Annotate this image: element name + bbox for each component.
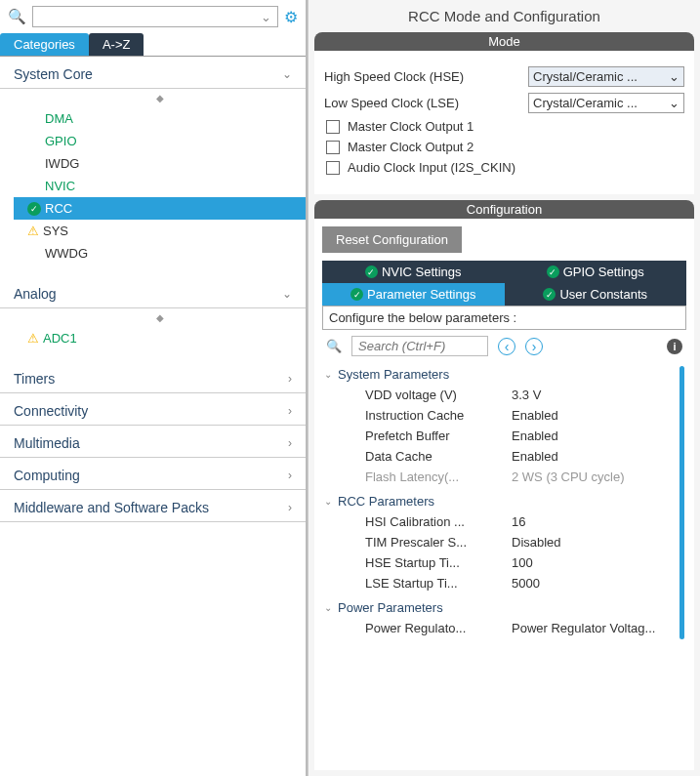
chevron-right-icon: ›	[288, 404, 292, 418]
param-row[interactable]: Instruction CacheEnabled	[322, 405, 686, 426]
chevron-down-icon: ⌄	[669, 69, 679, 84]
tab-parameter-settings[interactable]: ✓Parameter Settings	[322, 283, 505, 306]
info-icon[interactable]: i	[667, 339, 682, 354]
param-row[interactable]: HSI Calibration ...16	[322, 511, 686, 532]
category-list: System Core ⌄ ◆ DMAGPIOIWDGNVIC✓RCC⚠SYSW…	[0, 57, 306, 776]
category-label: Middleware and Software Packs	[14, 500, 209, 515]
periph-item-rcc[interactable]: ✓RCC	[14, 197, 306, 220]
tab-label: Parameter Settings	[367, 287, 475, 302]
param-search-input[interactable]	[351, 336, 488, 356]
search-row: 🔍 ⌄ ⚙	[0, 0, 306, 33]
param-value: 3.3 V	[512, 388, 541, 402]
left-panel: 🔍 ⌄ ⚙ Categories A->Z System Core ⌄ ◆ DM…	[0, 0, 308, 776]
param-value: 2 WS (3 CPU cycle)	[512, 470, 625, 484]
periph-item-wwdg[interactable]: WWDG	[14, 242, 306, 265]
param-value: Disabled	[512, 535, 561, 550]
param-value: 5000	[512, 576, 540, 591]
sort-handle-icon[interactable]: ◆	[14, 89, 306, 107]
config-body: Reset Configuration ✓NVIC Settings ✓GPIO…	[314, 219, 694, 770]
lse-select[interactable]: Crystal/Ceramic ... ⌄	[528, 93, 684, 113]
periph-item-sys[interactable]: ⚠SYS	[14, 220, 306, 242]
scrollbar-thumb[interactable]	[679, 366, 684, 639]
tab-user-constants[interactable]: ✓User Constants	[505, 283, 687, 306]
i2s-row[interactable]: Audio Clock Input (I2S_CKIN)	[326, 160, 682, 175]
chevron-down-icon: ⌄	[324, 496, 332, 507]
tab-gpio-settings[interactable]: ✓GPIO Settings	[505, 261, 687, 283]
lse-value: Crystal/Ceramic ...	[533, 96, 638, 110]
chevron-down-icon: ⌄	[282, 67, 292, 81]
param-name: VDD voltage (V)	[365, 388, 512, 402]
param-row[interactable]: LSE Startup Ti...5000	[322, 573, 686, 593]
param-row[interactable]: Prefetch BufferEnabled	[322, 426, 686, 446]
periph-label: RCC	[45, 201, 72, 216]
periph-label: IWDG	[45, 156, 79, 171]
mco2-label: Master Clock Output 2	[348, 140, 474, 154]
right-panel: RCC Mode and Configuration Mode High Spe…	[308, 0, 700, 776]
prev-match-icon[interactable]: ‹	[498, 338, 515, 355]
param-value: Enabled	[512, 449, 558, 464]
gear-icon[interactable]: ⚙	[284, 8, 298, 26]
param-value: Enabled	[512, 408, 558, 423]
category-connectivity[interactable]: Connectivity›	[0, 393, 306, 426]
view-tabs: Categories A->Z	[0, 33, 306, 57]
periph-label: SYS	[43, 224, 68, 238]
chevron-down-icon: ⌄	[669, 96, 679, 110]
periph-label: GPIO	[45, 134, 77, 148]
tab-categories[interactable]: Categories	[0, 33, 89, 56]
param-tree[interactable]: ⌄System ParametersVDD voltage (V)3.3 VIn…	[322, 362, 686, 762]
i2s-label: Audio Clock Input (I2S_CKIN)	[348, 160, 515, 175]
param-group-header[interactable]: ⌄RCC Parameters	[322, 491, 686, 511]
param-row[interactable]: Data CacheEnabled	[322, 446, 686, 467]
periph-item-nvic[interactable]: NVIC	[14, 175, 306, 197]
hse-select[interactable]: Crystal/Ceramic ... ⌄	[528, 66, 684, 87]
periph-item-gpio[interactable]: GPIO	[14, 130, 306, 152]
param-group-header[interactable]: ⌄Power Parameters	[322, 597, 686, 618]
checkbox-icon[interactable]	[326, 161, 340, 175]
param-name: Instruction Cache	[365, 408, 512, 423]
mco1-label: Master Clock Output 1	[348, 119, 474, 134]
search-icon: 🔍	[8, 8, 26, 25]
mode-body: High Speed Clock (HSE) Crystal/Ceramic .…	[314, 51, 694, 194]
tab-nvic-settings[interactable]: ✓NVIC Settings	[322, 261, 505, 283]
periph-item-adc1[interactable]: ⚠ADC1	[14, 327, 306, 349]
checkbox-icon[interactable]	[326, 120, 340, 134]
mco2-row[interactable]: Master Clock Output 2	[326, 140, 682, 154]
right-title: RCC Mode and Configuration	[309, 0, 700, 32]
check-icon: ✓	[547, 265, 559, 278]
category-computing[interactable]: Computing›	[0, 458, 306, 490]
tab-label: NVIC Settings	[382, 265, 462, 279]
param-name: HSI Calibration ...	[365, 514, 512, 529]
hse-row: High Speed Clock (HSE) Crystal/Ceramic .…	[324, 66, 684, 87]
chevron-down-icon: ⌄	[324, 369, 332, 380]
category-label: System Core	[14, 66, 93, 82]
chevron-down-icon: ⌄	[261, 10, 271, 24]
search-combo[interactable]: ⌄	[32, 6, 278, 27]
periph-item-dma[interactable]: DMA	[14, 107, 306, 130]
category-analog[interactable]: Analog ⌄	[0, 276, 306, 308]
tab-az[interactable]: A->Z	[89, 33, 144, 56]
chevron-down-icon: ⌄	[324, 602, 332, 613]
reset-button[interactable]: Reset Configuration	[322, 226, 462, 253]
param-name: Prefetch Buffer	[365, 429, 512, 443]
category-middleware-and-software-packs[interactable]: Middleware and Software Packs›	[0, 490, 306, 522]
category-label: Connectivity	[14, 403, 88, 419]
param-row[interactable]: Power Regulato...Power Regulator Voltag.…	[322, 618, 686, 638]
chevron-right-icon: ›	[288, 501, 292, 514]
category-system-core[interactable]: System Core ⌄	[0, 57, 306, 89]
param-row[interactable]: Flash Latency(...2 WS (3 CPU cycle)	[322, 467, 686, 487]
category-multimedia[interactable]: Multimedia›	[0, 426, 306, 458]
param-group-title: Power Parameters	[338, 600, 443, 615]
sort-handle-icon[interactable]: ◆	[14, 308, 306, 327]
param-row[interactable]: TIM Prescaler S...Disabled	[322, 532, 686, 552]
param-hint: Configure the below parameters :	[322, 306, 686, 330]
mco1-row[interactable]: Master Clock Output 1	[326, 119, 682, 134]
param-name: Power Regulato...	[365, 621, 512, 635]
param-group-header[interactable]: ⌄System Parameters	[322, 364, 686, 385]
next-match-icon[interactable]: ›	[525, 338, 543, 355]
category-body-analog: ◆ ⚠ADC1	[0, 308, 306, 361]
param-row[interactable]: HSE Startup Ti...100	[322, 552, 686, 573]
param-row[interactable]: VDD voltage (V)3.3 V	[322, 385, 686, 405]
checkbox-icon[interactable]	[326, 141, 340, 154]
periph-item-iwdg[interactable]: IWDG	[14, 152, 306, 175]
category-timers[interactable]: Timers›	[0, 361, 306, 393]
